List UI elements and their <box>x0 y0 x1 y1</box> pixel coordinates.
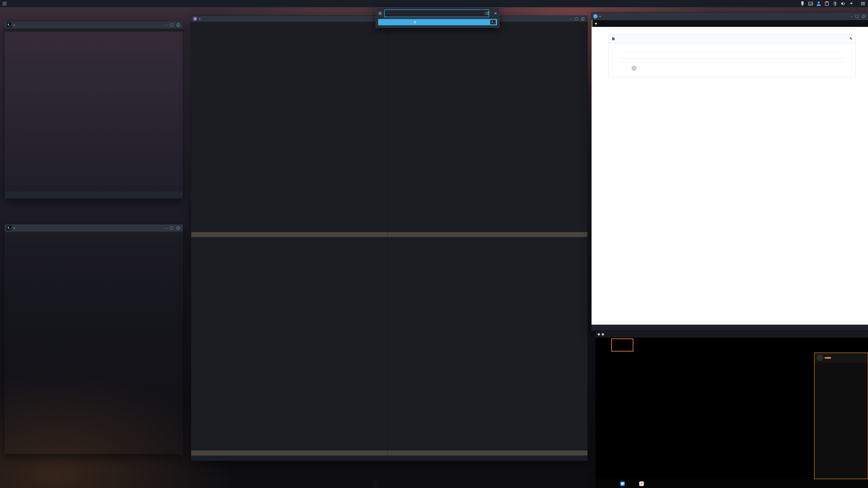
window-buttons[interactable] <box>595 333 604 335</box>
emacs-window: ε –✕ <box>191 15 588 461</box>
window-button-icon[interactable] <box>602 333 604 335</box>
activity-dot-icon <box>13 227 15 229</box>
krunner-dialog: ⚙ ⌫ ✕ ⚙ $_ <box>376 7 500 28</box>
readme-title <box>618 50 846 52</box>
terminal-run-icon[interactable]: $_ <box>490 20 496 24</box>
minimize-button[interactable]: – <box>165 226 167 230</box>
browser-tabbar <box>592 20 868 27</box>
ticker-patreon: P <box>639 482 646 486</box>
app-launcher-icon[interactable] <box>2 1 7 6</box>
emacs-icon: ε <box>193 17 197 21</box>
titlebar[interactable]: $_ –✕ <box>5 21 183 29</box>
readme-todo-title <box>618 57 846 59</box>
minimize-button[interactable]: – <box>165 23 167 27</box>
attachment-icon[interactable] <box>833 1 837 6</box>
linux-live-logo <box>814 337 868 352</box>
modeline-parser <box>388 451 587 455</box>
minimize-button[interactable]: – <box>570 17 572 21</box>
top-panel <box>0 0 868 7</box>
emacs-buffer-config-py[interactable] <box>191 237 388 451</box>
edit-pencil-icon[interactable]: ✎ <box>849 37 852 41</box>
maximize-button[interactable] <box>170 24 173 26</box>
mpv-window: P <box>595 331 868 488</box>
readme-file-icon <box>612 37 615 40</box>
close-button[interactable]: ✕ <box>176 226 180 230</box>
tab-indicator <box>592 20 592 27</box>
close-button[interactable]: ✕ <box>862 14 866 18</box>
volume-icon[interactable] <box>841 1 845 6</box>
user-status-icon[interactable] <box>816 1 821 6</box>
konsole-tabbar <box>5 191 183 198</box>
konsole-window-fish: $_ –✕ <box>4 224 183 454</box>
qutebrowser-statusbar <box>592 325 868 330</box>
titlebar[interactable]: –✕ <box>592 12 868 20</box>
bottom-ticker: P <box>595 479 868 488</box>
ticker-twitter <box>620 482 627 486</box>
titlebar[interactable]: $_ –✕ <box>5 224 183 232</box>
panel-menu-icon[interactable] <box>861 1 865 6</box>
github-page: ✎ <box>592 27 868 325</box>
emacs-help-buffer[interactable] <box>191 22 388 232</box>
github-favicon <box>594 22 598 25</box>
krunner-search-input[interactable] <box>384 9 489 17</box>
emacs-buffer-parser-py[interactable] <box>388 237 587 451</box>
tray-expand-icon[interactable] <box>849 1 854 6</box>
maximize-button[interactable] <box>170 227 173 230</box>
krunner-close-icon[interactable]: ✕ <box>494 11 497 15</box>
minimize-button[interactable]: – <box>850 15 852 18</box>
clipboard-icon[interactable] <box>825 1 829 6</box>
titlebar[interactable] <box>595 331 868 337</box>
superchat-amount-pill <box>825 357 831 359</box>
live-chat-panel[interactable] <box>814 352 868 479</box>
gallery-icon[interactable] <box>808 1 813 6</box>
pinned-superchat[interactable] <box>815 353 868 363</box>
close-button[interactable]: ✕ <box>176 23 180 27</box>
modeline-help <box>191 232 388 237</box>
activity-dot-icon <box>13 24 15 26</box>
konsole-window-python3: $_ –✕ <box>4 21 183 199</box>
modeline-config <box>191 451 388 455</box>
emacs-buffer-backend-py[interactable] <box>388 22 587 232</box>
webcam-grid[interactable] <box>595 352 813 479</box>
terminal-output[interactable] <box>5 232 183 235</box>
octocat-icon <box>631 66 637 71</box>
readme-box: ✎ <box>608 34 856 77</box>
command-gear-icon: ⚙ <box>413 20 416 24</box>
patreon-icon: P <box>639 482 644 486</box>
avatar <box>817 355 823 361</box>
qutebrowser-icon <box>593 14 597 18</box>
krunner-result-command-line[interactable]: ⚙ $_ <box>378 19 497 25</box>
twitter-icon <box>620 482 625 486</box>
github-footer <box>618 62 846 71</box>
close-button[interactable]: ✕ <box>581 17 585 21</box>
modeline-backend <box>388 232 587 237</box>
krunner-settings-icon[interactable]: ⚙ <box>378 11 382 16</box>
bdl-logo <box>611 338 633 352</box>
device-icon[interactable] <box>800 1 805 6</box>
repo-file-table <box>608 29 856 29</box>
maximize-button[interactable] <box>856 15 859 18</box>
system-tray <box>800 1 868 6</box>
konsole-icon: $_ <box>6 225 11 230</box>
window-button-icon[interactable] <box>598 333 600 335</box>
clear-input-icon[interactable]: ⌫ <box>485 11 490 15</box>
konsole-icon: $_ <box>6 22 11 27</box>
maximize-button[interactable] <box>575 18 578 20</box>
activity-dot-icon <box>599 15 601 17</box>
qutebrowser-window: –✕ ✎ <box>591 12 868 331</box>
terminal-output[interactable] <box>5 29 183 32</box>
dock <box>373 479 378 488</box>
emacs-minibuffer[interactable] <box>191 455 587 460</box>
activity-dot-icon <box>199 18 200 20</box>
